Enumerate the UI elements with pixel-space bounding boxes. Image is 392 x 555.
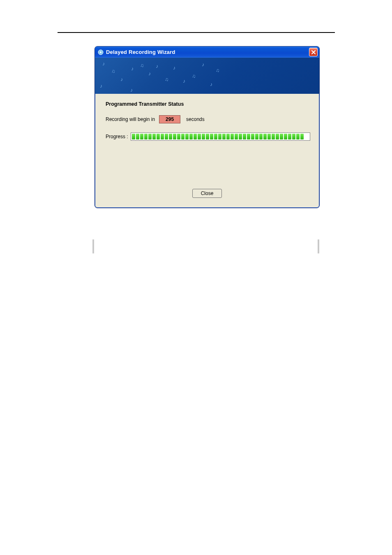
dialog-body: Programmed Transmitter Status Recording … — [95, 94, 319, 146]
music-note-icon: ♪ — [131, 66, 136, 71]
section-title: Programmed Transmitter Status — [106, 101, 310, 107]
horizontal-rule — [58, 32, 335, 33]
music-note-icon: ♪ — [102, 61, 107, 66]
countdown-value: 295 — [159, 115, 180, 123]
progress-segment — [144, 134, 148, 139]
progress-segment — [185, 134, 189, 139]
music-note-icon: ♪ — [210, 81, 215, 86]
music-note-icon: ♪ — [120, 77, 125, 81]
progress-segment — [296, 134, 300, 139]
progress-segment — [157, 134, 160, 139]
music-note-icon: ♫ — [165, 77, 170, 81]
side-marker-right — [318, 239, 319, 253]
progress-segment — [198, 134, 201, 139]
banner-image: ♪ ♫ ♪ ♪ ♫ ♪ ♪ ♫ ♪ ♪ ♫ ♪ ♪ ♫ ♪ ♪ — [95, 58, 319, 94]
countdown-row: Recording will begin in 295 seconds — [106, 115, 310, 123]
document-page: Delayed Recording Wizard ♪ ♫ ♪ ♪ ♫ ♪ ♪ ♫… — [0, 0, 392, 555]
progress-segment — [284, 134, 287, 139]
music-note-icon: ♪ — [183, 78, 188, 83]
progress-segment — [239, 134, 242, 139]
progress-segment — [136, 134, 139, 139]
progress-segment — [255, 134, 258, 139]
progress-segment — [210, 134, 213, 139]
progress-segment — [206, 134, 209, 139]
music-note-icon: ♪ — [148, 71, 153, 76]
music-note-icon: ♪ — [100, 83, 105, 88]
progress-segment — [247, 134, 250, 139]
progress-segment — [132, 134, 135, 139]
music-note-icon: ♫ — [192, 73, 197, 78]
music-note-icon: ♪ — [130, 87, 135, 92]
progress-segment — [288, 134, 291, 139]
svg-point-1 — [100, 51, 101, 53]
delayed-recording-wizard-dialog: Delayed Recording Wizard ♪ ♫ ♪ ♪ ♫ ♪ ♪ ♫… — [95, 46, 320, 208]
progress-segment — [189, 134, 193, 139]
progress-segment — [218, 134, 221, 139]
progress-segment — [280, 134, 283, 139]
progress-segment — [165, 134, 168, 139]
progress-segment — [148, 134, 152, 139]
app-icon — [97, 49, 104, 56]
close-dialog-button[interactable]: Close — [192, 189, 222, 198]
progress-segment — [231, 134, 234, 139]
progress-label: Progress : — [106, 134, 128, 139]
progress-segment — [222, 134, 226, 139]
music-note-icon: ♪ — [156, 63, 161, 68]
progress-segment — [251, 134, 254, 139]
dialog-footer: Close — [95, 189, 319, 198]
progress-segment — [214, 134, 217, 139]
progress-segment — [259, 134, 263, 139]
progress-segment — [140, 134, 143, 139]
progress-segment — [181, 134, 184, 139]
progress-segment — [194, 134, 197, 139]
progress-segment — [292, 134, 295, 139]
close-icon — [311, 50, 316, 54]
progress-bar — [131, 132, 310, 141]
music-note-icon: ♫ — [216, 67, 221, 72]
progress-segment — [272, 134, 275, 139]
music-note-icon: ♪ — [173, 65, 178, 70]
close-button[interactable] — [309, 48, 318, 56]
progress-segment — [243, 134, 246, 139]
progress-segment — [300, 134, 304, 139]
progress-segment — [161, 134, 164, 139]
progress-segment — [235, 134, 238, 139]
progress-segment — [202, 134, 205, 139]
progress-row: Progress : — [106, 132, 310, 141]
titlebar[interactable]: Delayed Recording Wizard — [95, 46, 319, 58]
countdown-suffix: seconds — [186, 116, 205, 122]
progress-segment — [263, 134, 267, 139]
progress-segment — [173, 134, 176, 139]
progress-segment — [226, 134, 230, 139]
progress-segment — [152, 134, 156, 139]
close-button-label: Close — [201, 190, 214, 196]
music-note-icon: ♫ — [140, 63, 145, 67]
countdown-prefix: Recording will begin in — [106, 116, 155, 122]
progress-segment — [276, 134, 279, 139]
music-note-icon: ♪ — [202, 62, 207, 67]
music-note-icon: ♫ — [111, 68, 116, 73]
progress-segment — [177, 134, 180, 139]
window-title: Delayed Recording Wizard — [106, 49, 309, 55]
side-marker-left — [92, 239, 94, 253]
progress-segment — [267, 134, 271, 139]
progress-segment — [169, 134, 172, 139]
